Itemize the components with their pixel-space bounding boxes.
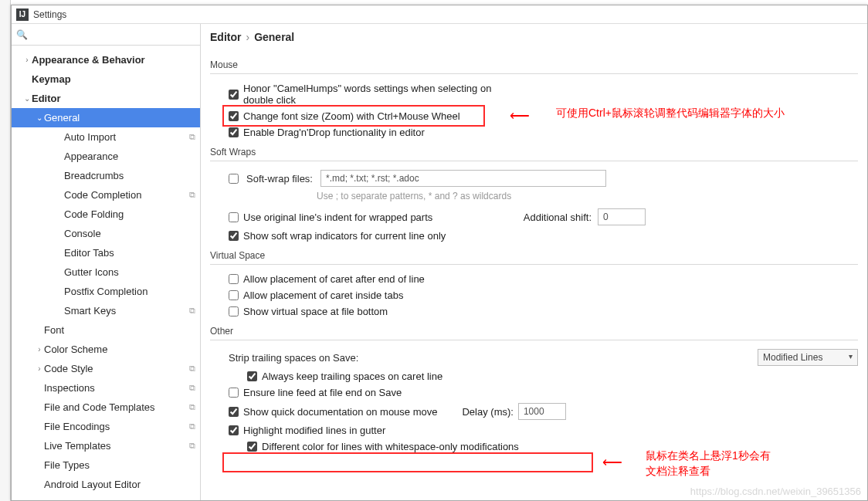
opt-change-font-zoom[interactable]: Change font size (Zoom) with Ctrl+Mouse … xyxy=(201,108,867,124)
scope-icon: ⧉ xyxy=(189,132,195,142)
chevron-icon: › xyxy=(22,56,32,64)
checkbox[interactable] xyxy=(229,274,239,284)
checkbox[interactable] xyxy=(229,290,239,300)
checkbox[interactable] xyxy=(247,371,257,381)
scope-icon: ⧉ xyxy=(189,421,195,432)
delay-input[interactable] xyxy=(518,403,566,420)
tree-item-label: Keymap xyxy=(32,73,195,85)
opt-label: Show virtual space at file bottom xyxy=(243,306,388,317)
tree-item-file-types[interactable]: File Types xyxy=(12,455,200,475)
section-title-vspace: Virtual Space xyxy=(201,244,867,264)
opt-label: Allow placement of caret inside tabs xyxy=(243,289,403,301)
opt-label: Soft-wrap files: xyxy=(246,173,313,184)
opt-use-original-indent[interactable]: Use original line's indent for wrapped p… xyxy=(201,206,867,228)
opt-keep-trailing-caret[interactable]: Always keep trailing spaces on caret lin… xyxy=(201,368,867,384)
tree-item-postfix-completion[interactable]: Postfix Completion xyxy=(12,282,200,301)
tree-item-general[interactable]: ⌄General xyxy=(12,108,200,127)
opt-label: Show quick documentation on mouse move xyxy=(243,406,437,418)
checkbox[interactable] xyxy=(247,442,257,452)
tree-item-color-scheme[interactable]: ›Color Scheme xyxy=(12,340,200,359)
tree-item-label: File Types xyxy=(44,459,195,471)
breadcrumb: Editor › General xyxy=(201,24,867,50)
tree-item-label: Gutter Icons xyxy=(64,266,195,278)
tree-item-editor-tabs[interactable]: Editor Tabs xyxy=(12,243,200,262)
tree-item-label: Appearance & Behavior xyxy=(32,54,195,66)
opt-caret-inside-tabs[interactable]: Allow placement of caret inside tabs xyxy=(201,287,867,303)
checkbox[interactable] xyxy=(229,127,239,137)
scope-icon: ⧉ xyxy=(189,364,195,374)
tree-item-label: File Encodings xyxy=(44,421,189,432)
scope-icon: ⧉ xyxy=(189,402,195,412)
tree-item-android-layout-editor[interactable]: Android Layout Editor xyxy=(12,475,200,494)
tree-item-label: Android Layout Editor xyxy=(44,479,195,490)
opt-quick-doc[interactable]: Show quick documentation on mouse move D… xyxy=(201,401,867,422)
opt-diff-color-whitespace[interactable]: Different color for lines with whitespac… xyxy=(201,438,867,455)
chevron-icon: › xyxy=(35,345,44,354)
opt-ensure-lf[interactable]: Ensure line feed at file end on Save xyxy=(201,384,867,401)
opt-softwrap-files[interactable]: Soft-wrap files: xyxy=(201,168,867,189)
tree-item-appearance[interactable]: Appearance xyxy=(12,147,200,166)
opt-strip-trailing: Strip trailing spaces on Save: Modified … xyxy=(201,347,867,368)
tree-item-appearance-behavior[interactable]: ›Appearance & Behavior xyxy=(12,50,200,69)
checkbox[interactable] xyxy=(229,407,239,417)
scope-icon: ⧉ xyxy=(189,441,195,451)
scope-icon: ⧉ xyxy=(189,383,195,393)
tree-item-label: Code Style xyxy=(44,363,189,374)
tree-item-breadcrumbs[interactable]: Breadcrumbs xyxy=(12,166,200,185)
tree-item-font[interactable]: Font xyxy=(12,320,200,340)
checkbox[interactable] xyxy=(229,90,239,100)
tree-item-inspections[interactable]: Inspections⧉ xyxy=(12,378,200,398)
tree-item-label: Auto Import xyxy=(64,131,189,143)
opt-highlight-modified[interactable]: Highlight modified lines in gutter xyxy=(201,422,867,438)
tree-item-label: Console xyxy=(64,228,195,239)
settings-body[interactable]: Mouse Honor "CamelHumps" words settings … xyxy=(201,50,867,500)
opt-caret-after-eol[interactable]: Allow placement of caret after end of li… xyxy=(201,271,867,287)
opt-label: Highlight modified lines in gutter xyxy=(243,425,385,436)
checkbox[interactable] xyxy=(229,306,239,317)
softwrap-hint: Use ; to separate patterns, * and ? as w… xyxy=(201,189,867,206)
checkbox[interactable] xyxy=(229,212,239,222)
tree-item-label: Editor xyxy=(32,93,195,104)
checkbox[interactable] xyxy=(229,231,239,241)
opt-label: Use original line's indent for wrapped p… xyxy=(243,212,432,223)
search-icon: 🔍 xyxy=(16,29,28,40)
opt-virtual-space-bottom[interactable]: Show virtual space at file bottom xyxy=(201,303,867,320)
tree-item-code-folding[interactable]: Code Folding xyxy=(12,205,200,224)
chevron-icon: ⌄ xyxy=(35,113,44,122)
section-title-other: Other xyxy=(201,320,867,340)
tree-item-code-style[interactable]: ›Code Style⧉ xyxy=(12,359,200,378)
tree-item-auto-import[interactable]: Auto Import⧉ xyxy=(12,127,200,147)
strip-label: Strip trailing spaces on Save: xyxy=(229,352,358,364)
softwrap-files-input[interactable] xyxy=(320,170,606,187)
opt-label: Honor "CamelHumps" words settings when s… xyxy=(243,83,506,106)
content-split: 🔍 ›Appearance & BehaviorKeymap⌄Editor⌄Ge… xyxy=(12,24,867,500)
tree-item-code-completion[interactable]: Code Completion⧉ xyxy=(12,185,200,205)
search-input[interactable] xyxy=(31,28,195,42)
tree-item-smart-keys[interactable]: Smart Keys⧉ xyxy=(12,301,200,320)
checkbox[interactable] xyxy=(229,174,239,184)
checkbox[interactable] xyxy=(229,425,239,435)
tree-item-file-and-code-templates[interactable]: File and Code Templates⧉ xyxy=(12,398,200,417)
tree-item-file-encodings[interactable]: File Encodings⧉ xyxy=(12,417,200,436)
tree-item-live-templates[interactable]: Live Templates⧉ xyxy=(12,436,200,455)
tree-item-label: Appearance xyxy=(64,151,195,162)
checkbox[interactable] xyxy=(229,388,239,398)
checkbox[interactable] xyxy=(229,111,239,121)
opt-honor-camelhumps[interactable]: Honor "CamelHumps" words settings when s… xyxy=(201,80,867,108)
sidebar: 🔍 ›Appearance & BehaviorKeymap⌄Editor⌄Ge… xyxy=(12,24,201,500)
tree-item-console[interactable]: Console xyxy=(12,224,200,243)
breadcrumb-root: Editor xyxy=(210,31,241,43)
opt-show-softwrap-indicators[interactable]: Show soft wrap indicators for current li… xyxy=(201,228,867,244)
strip-select[interactable]: Modified Lines xyxy=(758,349,858,366)
search-row: 🔍 xyxy=(12,24,200,46)
opt-label: Allow placement of caret after end of li… xyxy=(243,273,425,285)
tree-item-label: Font xyxy=(44,324,195,336)
settings-tree[interactable]: ›Appearance & BehaviorKeymap⌄Editor⌄Gene… xyxy=(12,46,200,500)
opt-label: Enable Drag'n'Drop functionality in edit… xyxy=(243,127,425,138)
tree-item-editor[interactable]: ⌄Editor xyxy=(12,89,200,108)
external-edge-fragment xyxy=(0,0,11,501)
tree-item-keymap[interactable]: Keymap xyxy=(12,69,200,89)
additional-shift-input[interactable] xyxy=(598,208,646,225)
tree-item-gutter-icons[interactable]: Gutter Icons xyxy=(12,262,200,282)
opt-enable-dnd[interactable]: Enable Drag'n'Drop functionality in edit… xyxy=(201,124,867,140)
